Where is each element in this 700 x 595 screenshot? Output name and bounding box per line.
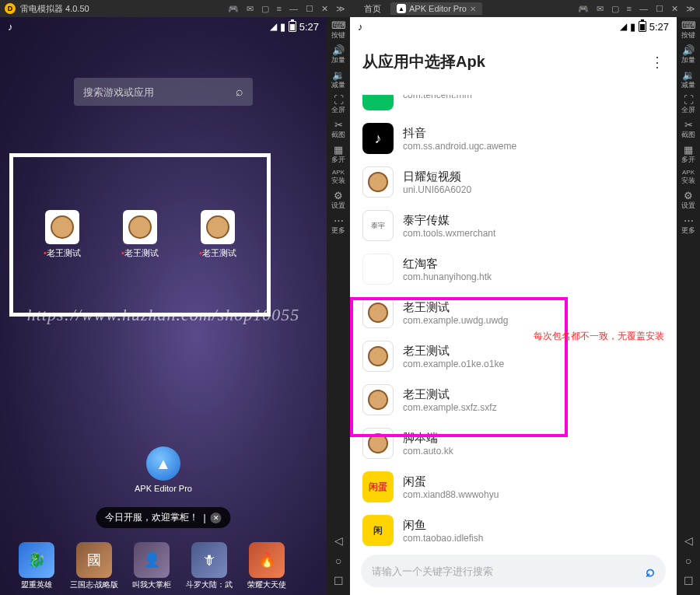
app-icon-wechat [362,95,394,110]
list-item[interactable]: 脚本端com.auto.kk [350,422,677,465]
app-apk-editor[interactable]: ▲ APK Editor Pro [135,446,192,493]
emulator-left: D 雷电模拟器 4.0.50 🎮 ✉ ▢ ≡ — ☐ ✕ ≫ ◢ ▮ 5:27 [0,0,350,595]
clock: 5:27 [299,21,319,33]
mail-icon[interactable]: ✉ [247,4,254,14]
tool-screenshot[interactable]: ✂截图 [678,120,698,140]
list-item[interactable]: 闲 闲鱼com.taobao.idlefish [350,509,677,548]
screenshot-icon[interactable]: ▢ [261,4,269,14]
list-item[interactable]: 泰宇 泰宇传媒com.tools.wxmerchant [350,204,677,247]
app-laowang-3[interactable]: •老王测试 [191,210,244,259]
launcher-search[interactable]: ⌕ [74,78,253,106]
nav-recent-icon[interactable]: ☐ [334,575,344,587]
apk-header: 从应用中选择Apk ⋮ [350,40,677,80]
tool-install[interactable]: APK安装 [328,170,348,186]
tool-fullscreen[interactable]: ⛶全屏 [328,95,348,115]
tab-home[interactable]: 首页 [355,2,387,16]
tool-more[interactable]: ⋯更多 [328,215,348,236]
menu-icon[interactable]: ≡ [277,4,282,14]
sim-icon: ▮ [630,21,635,33]
minimize-icon[interactable]: — [639,4,648,14]
app-list[interactable]: com.tencent.mm ♪ 抖音com.ss.android.ugc.aw… [350,95,677,548]
maximize-icon[interactable]: ☐ [306,4,313,14]
dock-app-4[interactable]: 🗡斗罗大陆：武 [184,542,234,590]
tool-install[interactable]: APK安装 [678,170,698,186]
app-icon-script [362,428,394,459]
apk-search-input[interactable] [372,565,646,577]
list-item[interactable]: ♪ 抖音com.ss.android.ugc.aweme [350,117,677,160]
tool-screenshot[interactable]: ✂截图 [328,120,348,140]
tool-keymap[interactable]: ⌨按键 [328,20,348,40]
page-title: 从应用中选择Apk [362,51,485,72]
app-laowang-2[interactable]: •老王测试 [114,210,166,259]
tool-more[interactable]: ⋯更多 [678,215,698,236]
list-item[interactable]: 闲蛋 闲蛋com.xiand88.wwwohyu [350,465,677,509]
tool-settings[interactable]: ⚙设置 [678,191,698,211]
app-icon-laowang [362,341,394,372]
desktop-icons: •老王测试 •老王测试 •老王测试 [0,210,280,259]
minimize-icon[interactable]: — [289,4,298,14]
tool-fullscreen[interactable]: ⛶全屏 [678,95,698,115]
search-icon[interactable]: ⌕ [236,85,243,99]
app-icon-xiandan: 闲蛋 [362,471,394,502]
tiktok-status-icon [8,21,19,32]
maximize-icon[interactable]: ☐ [656,4,663,14]
close-icon[interactable]: ✕ [470,5,476,13]
app-laowang-1[interactable]: •老王测试 [36,210,89,259]
tool-settings[interactable]: ⚙设置 [328,191,348,211]
clock: 5:27 [649,21,669,33]
tool-volume-up[interactable]: 🔊加量 [678,45,698,65]
battery-icon [639,21,646,32]
tool-volume-up[interactable]: 🔊加量 [328,45,348,65]
dock-app-1[interactable]: 🐉盟重英雄 [12,542,61,590]
emulator-logo: D [5,3,16,14]
close-icon[interactable]: ✕ [211,513,222,523]
sim-icon: ▮ [280,21,285,33]
list-item[interactable]: 日耀短视频uni.UNI66A6020 [350,160,677,204]
nav-back-icon[interactable]: ◁ [684,534,693,547]
dock-app-2[interactable]: 國三国志·战略版 [69,542,119,590]
more-icon[interactable]: ⋮ [650,54,664,71]
tiktok-status-icon [358,21,369,32]
nav-back-icon[interactable]: ◁ [334,534,343,547]
list-item[interactable]: com.tencent.mm [350,95,677,117]
tool-volume-down[interactable]: 🔉减量 [678,70,698,90]
tab-apk-editor[interactable]: ▲ APK Editor Pro ✕ [390,2,482,15]
gamepad-icon[interactable]: 🎮 [228,4,239,14]
app-icon-laowang [362,384,394,415]
apk-tab-icon: ▲ [397,4,406,13]
annotation-text: 每次包名都不一致，无覆盖安装 [534,330,664,343]
close-icon[interactable]: ✕ [671,4,678,14]
dock-app-3[interactable]: 👤叫我大掌柜 [127,542,177,590]
nav-home-icon[interactable]: ○ [335,555,341,567]
wifi-icon: ◢ [270,21,277,32]
dock-app-5[interactable]: 🔥荣耀大天使 [242,542,292,590]
search-icon[interactable]: ⌕ [646,562,655,580]
mail-icon[interactable]: ✉ [597,4,604,14]
nav-home-icon[interactable]: ○ [685,555,691,567]
window-title: 雷电模拟器 4.0.50 [20,3,228,15]
close-icon[interactable]: ✕ [321,4,328,14]
app-icon-xianyu: 闲 [362,515,394,546]
apk-search-bar[interactable]: ⌕ [361,555,666,587]
app-icon-taiyu: 泰宇 [362,210,394,241]
battery-icon [289,21,296,32]
tool-keymap[interactable]: ⌨按键 [678,20,698,40]
tool-volume-down[interactable]: 🔉减量 [328,70,348,90]
app-icon-douyin: ♪ [362,123,394,154]
titlebar-controls: 🎮 ✉ ▢ ≡ — ☐ ✕ ≫ [228,4,345,14]
promo-pill[interactable]: 今日开服，欢迎掌柜！| ✕ [96,507,230,528]
tool-multi[interactable]: ▦多开 [328,145,348,165]
nav-recent-icon[interactable]: ☐ [684,575,694,587]
android-screen-left: ◢ ▮ 5:27 ⌕ •老王测试 •老王测试 [0,17,327,595]
menu-icon[interactable]: ≡ [627,4,632,14]
list-item[interactable]: 老王测试com.example.uwdg.uwdg [350,291,677,334]
list-item[interactable]: 老王测试com.example.sxfz.sxfz [350,378,677,422]
gamepad-icon[interactable]: 🎮 [578,4,589,14]
expand-icon[interactable]: ≫ [336,4,345,14]
search-input[interactable] [83,86,236,98]
expand-icon[interactable]: ≫ [686,4,695,14]
screenshot-icon[interactable]: ▢ [611,4,619,14]
emulator-right: 首页 ▲ APK Editor Pro ✕ 🎮 ✉ ▢ ≡ — ☐ ✕ ≫ ◢ [350,0,700,595]
tool-multi[interactable]: ▦多开 [678,145,698,165]
list-item[interactable]: 红淘客com.hunanyihong.htk [350,247,677,291]
